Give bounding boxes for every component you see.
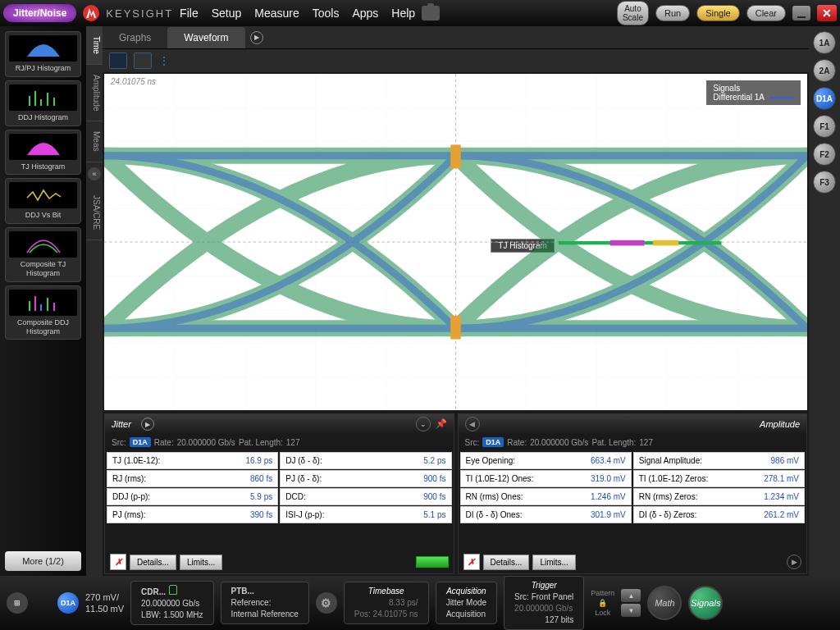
- jitter-details-button[interactable]: Details...: [130, 555, 176, 570]
- measurement-cell: Signal Amplitude:986 mV: [633, 452, 805, 469]
- amp-src-badge: D1A: [482, 437, 504, 447]
- trigger-block[interactable]: Trigger Src: Front Panel 20.000000 Gb/s …: [504, 576, 584, 630]
- measurement-cell: DCD:900 fs: [280, 488, 451, 505]
- amp-details-button[interactable]: Details...: [483, 555, 530, 570]
- lock-icon: [169, 585, 177, 595]
- thumbnail-sidebar: RJ/PJ Histogram DDJ Histogram TJ Histogr…: [0, 26, 86, 576]
- jitter-src-badge: D1A: [130, 437, 151, 447]
- measurement-cell: TI (1.0E-12) Ones:319.0 mV: [460, 470, 632, 487]
- vertical-scale: 270 mV/: [85, 591, 124, 603]
- function-f2[interactable]: F2: [813, 143, 836, 166]
- thumb-ddj[interactable]: DDJ Histogram: [5, 80, 81, 126]
- brand-text: KEYSIGHT: [106, 7, 173, 20]
- measurement-cell: PJ (δ - δ):900 fs: [280, 470, 451, 487]
- measurement-cell: RN (rms) Ones:1.246 mV: [460, 488, 632, 505]
- function-f1[interactable]: F1: [813, 115, 836, 138]
- measurement-cell: RN (rms) Zeros:1.234 mV: [633, 488, 805, 505]
- tab-graphs[interactable]: Graphs: [103, 27, 167, 48]
- thumb-tj[interactable]: TJ Histogram: [5, 130, 81, 176]
- arrow-down-icon[interactable]: ▼: [621, 604, 641, 617]
- side-tab-jsa[interactable]: JSA/CRE: [86, 185, 103, 240]
- channel-sidebar: 1A 2A D1A F1 F2 F3: [809, 26, 840, 576]
- thumb-ddj-bit[interactable]: DDJ Vs Bit: [5, 178, 81, 224]
- pattern-lock-label: Lock: [591, 609, 614, 617]
- menu-tools[interactable]: Tools: [313, 7, 340, 20]
- thumb-rjpj[interactable]: RJ/PJ Histogram: [5, 31, 81, 77]
- function-f3[interactable]: F3: [813, 171, 836, 194]
- status-indicator: [416, 556, 449, 568]
- gear-icon[interactable]: ⚙: [316, 592, 337, 614]
- tab-waveform[interactable]: Waveform: [167, 27, 244, 48]
- panel-prev-icon[interactable]: ◀: [465, 417, 480, 431]
- math-button[interactable]: Math: [647, 586, 682, 620]
- measurement-cell: TI (1.0E-12) Zeros:278.1 mV: [633, 470, 805, 487]
- minimize-button[interactable]: [792, 6, 810, 21]
- single-button[interactable]: Single: [696, 5, 740, 21]
- panel-next-icon[interactable]: ▶: [787, 555, 801, 569]
- svg-rect-17: [450, 144, 461, 168]
- layout-grid-icon[interactable]: [134, 52, 152, 69]
- autoscale-button[interactable]: Auto Scale: [617, 1, 649, 25]
- measurement-cell: ISI-J (p-p):5.1 ps: [280, 506, 451, 523]
- side-tab-strip: Time Amplitude Meas « JSA/CRE: [86, 26, 103, 576]
- amplitude-title: Amplitude: [760, 419, 800, 429]
- thumb-comp-tj[interactable]: Composite TJ Histogram: [5, 227, 81, 282]
- run-button[interactable]: Run: [655, 5, 690, 21]
- svg-rect-20: [610, 240, 645, 246]
- vertical-offset: 11.50 mV: [85, 603, 124, 614]
- menu-help[interactable]: Help: [391, 7, 415, 20]
- measurement-cell: RJ (rms):860 fs: [107, 470, 278, 487]
- menu-apps[interactable]: Apps: [352, 7, 378, 20]
- mode-pill[interactable]: Jitter/Noise: [3, 4, 76, 22]
- measurement-cell: DI (δ - δ) Ones:301.9 mV: [460, 506, 632, 523]
- amplitude-panel: ◀ Amplitude Src:D1A Rate:20.000000 Gb/s …: [458, 413, 808, 574]
- pin-icon[interactable]: 📌: [436, 418, 447, 430]
- close-button[interactable]: ✕: [817, 5, 837, 21]
- collapse-icon[interactable]: «: [88, 167, 101, 180]
- options-icon[interactable]: ⋮: [158, 54, 170, 67]
- jitter-title: Jitter: [112, 419, 131, 429]
- expand-down-icon[interactable]: ⌄: [416, 417, 431, 431]
- channel-badge[interactable]: D1A: [57, 592, 79, 614]
- svg-rect-18: [450, 316, 461, 340]
- keysight-logo: [83, 5, 99, 21]
- settings-icon[interactable]: ⊞: [7, 592, 28, 614]
- side-tab-time[interactable]: Time: [86, 26, 103, 65]
- channel-d1a[interactable]: D1A: [813, 87, 836, 110]
- measurement-cell: DDJ (p-p):5.9 ps: [107, 488, 278, 505]
- menu-measure[interactable]: Measure: [254, 7, 299, 20]
- measurement-cell: Eye Opening:663.4 mV: [460, 452, 632, 469]
- signals-button[interactable]: Signals: [688, 586, 723, 620]
- clear-button[interactable]: Clear: [746, 5, 786, 21]
- thumb-comp-ddj[interactable]: Composite DDJ Histogram: [5, 285, 81, 340]
- camera-icon[interactable]: [422, 6, 440, 21]
- acquisition-block[interactable]: Acquisition Jitter ModeAcquisition: [436, 582, 497, 624]
- measurement-cell: DI (δ - δ) Zeros:261.2 mV: [633, 506, 805, 523]
- cdr-block[interactable]: CDR... 20.000000 Gb/sLBW: 1.500 MHz: [130, 581, 213, 625]
- jitter-play-icon[interactable]: ▶: [141, 418, 154, 431]
- waveform-plot[interactable]: 24.01075 ns Signals Differential 1A TJ H…: [104, 74, 807, 410]
- timebase-block[interactable]: Timebase 8.33 ps/ Pos: 24.01075 ns: [344, 582, 429, 624]
- jitter-close-icon[interactable]: ✗: [110, 554, 126, 570]
- measurement-cell: PJ (rms):390 fs: [107, 506, 278, 523]
- svg-rect-21: [653, 240, 678, 246]
- menu-setup[interactable]: Setup: [212, 7, 242, 20]
- menu-file[interactable]: File: [180, 7, 199, 20]
- amp-limits-button[interactable]: Limits...: [532, 555, 575, 570]
- side-tab-amplitude[interactable]: Amplitude: [86, 65, 103, 121]
- amp-close-icon[interactable]: ✗: [463, 554, 480, 570]
- side-tab-meas[interactable]: Meas: [86, 121, 103, 162]
- arrow-up-icon[interactable]: ▲: [621, 589, 641, 602]
- more-button[interactable]: More (1/2): [5, 551, 81, 571]
- ptb-block[interactable]: PTB... Reference:Internal Reference: [221, 582, 309, 624]
- jitter-panel: Jitter ▶ ⌄ 📌 Src:D1A Rate:20.000000 Gb/s…: [104, 413, 454, 574]
- jitter-limits-button[interactable]: Limits...: [180, 555, 222, 570]
- measurement-cell: DJ (δ - δ):5.2 ps: [280, 452, 451, 469]
- channel-1a[interactable]: 1A: [813, 31, 836, 54]
- layout-single-icon[interactable]: [109, 52, 127, 69]
- pattern-label[interactable]: Pattern: [591, 589, 614, 597]
- main-menu: File Setup Measure Tools Apps Help: [180, 7, 415, 20]
- channel-2a[interactable]: 2A: [813, 59, 836, 82]
- play-icon[interactable]: ▶: [250, 31, 263, 44]
- measurement-cell: TJ (1.0E-12):16.9 ps: [107, 452, 278, 469]
